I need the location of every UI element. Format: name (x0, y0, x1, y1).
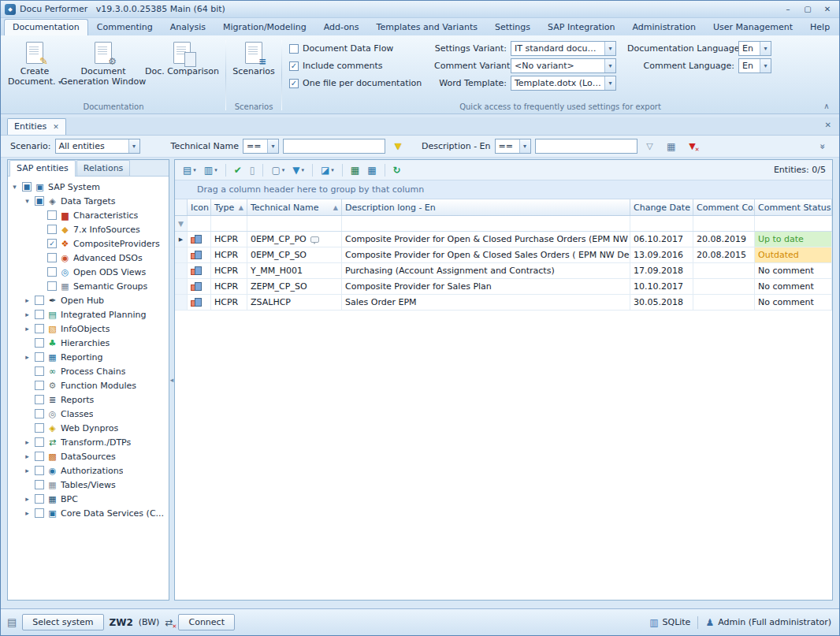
filter-cell-type[interactable] (211, 216, 247, 231)
tree-item-infoobjects[interactable]: ▸▧InfoObjects (9, 322, 167, 336)
doc-comparison-button[interactable]: Doc. Comparison (141, 37, 223, 77)
ribbon-tab-documentation[interactable]: Documentation (4, 19, 88, 35)
checkbox[interactable] (35, 352, 44, 362)
expander-icon[interactable]: ▸ (22, 325, 32, 333)
grid-import-button[interactable]: ▦ (364, 162, 379, 178)
filter-options-button[interactable]: ▽ (641, 138, 659, 154)
description-filter-input[interactable] (535, 139, 637, 154)
tab-close-icon[interactable]: ✕ (53, 123, 59, 131)
export-file-button[interactable]: ▥▾ (201, 162, 221, 178)
maximize-button[interactable]: ▢ (800, 3, 816, 16)
close-button[interactable]: ✕ (820, 3, 835, 16)
checkbox[interactable] (35, 480, 44, 489)
expander-icon[interactable]: ▸ (22, 495, 32, 503)
expander-icon[interactable]: ▸ (22, 509, 32, 517)
tree-item-label[interactable]: Semantic Groups (73, 281, 147, 292)
filter-cell-comment-co[interactable] (693, 216, 755, 231)
checkbox[interactable] (35, 381, 44, 390)
comment-language-select[interactable]: En ▾ (738, 58, 771, 73)
table-row[interactable]: HCPR ZEPM_CP_SO Composite Provider for S… (175, 279, 832, 295)
tree-item-label[interactable]: Open ODS Views (73, 267, 146, 277)
tree-item-advanced-dsos[interactable]: ◉Advanced DSOs (9, 251, 167, 265)
expander-icon[interactable]: ▸ (22, 438, 32, 446)
table-row[interactable]: HCPR 0EPM_CP_SO Composite Provider for O… (175, 247, 832, 263)
description-operator-select[interactable]: == ▾ (495, 139, 531, 154)
checkbox[interactable] (47, 225, 57, 234)
tree-item-label[interactable]: DataSources (61, 452, 116, 462)
checkbox[interactable] (35, 466, 44, 475)
checkbox[interactable] (47, 281, 57, 291)
tree-item-label[interactable]: Characteristics (73, 210, 138, 221)
tab-entities[interactable]: Entities ✕ (7, 118, 66, 135)
comment-variant-select[interactable]: <No variant> ▾ (511, 58, 616, 73)
chart-button[interactable]: ◪▾ (318, 162, 337, 178)
checkbox[interactable] (35, 366, 44, 376)
technical-name-filter-input[interactable] (283, 139, 385, 154)
tree-item-characteristics[interactable]: ▆Characteristics (9, 208, 167, 222)
column-header-technical-name[interactable]: Technical Name▲ (247, 199, 342, 215)
checkbox[interactable] (35, 423, 44, 433)
tree-item-label[interactable]: Hierarchies (61, 338, 110, 348)
column-chooser-button[interactable]: ▯ (247, 162, 258, 178)
tree-item-label[interactable]: Data Targets (61, 196, 116, 206)
column-header-description[interactable]: Description long - En (342, 199, 630, 215)
scenarios-button[interactable]: Scenarios (229, 37, 279, 77)
tree-item-label[interactable]: Reports (61, 395, 94, 405)
filter-cell-change-date[interactable] (630, 216, 693, 231)
checkbox-include-comments[interactable]: ✓ Include comments (289, 58, 423, 74)
tab-sap-entities[interactable]: SAP entities (9, 160, 76, 177)
group-by-panel[interactable]: Drag a column header here to group by th… (175, 180, 832, 199)
create-document-button[interactable]: Create Document. ▾ (4, 37, 65, 88)
tree-item-label[interactable]: SAP System (48, 182, 100, 192)
table-row[interactable]: HCPR ZSALHCP Sales Order EPM 30.05.2018 … (175, 295, 832, 311)
tree-item-process-chains[interactable]: ∞Process Chains (9, 364, 167, 378)
checkbox[interactable] (47, 210, 57, 220)
tree-item-core-data-services[interactable]: ▸▣Core Data Services (C... (9, 506, 167, 520)
filter-layout-button[interactable]: ▦ (663, 138, 680, 154)
ribbon-tab-analysis[interactable]: Analysis (162, 19, 214, 35)
checkbox[interactable] (35, 508, 44, 518)
tree-item-data-targets[interactable]: ▾■◈Data Targets (9, 194, 167, 208)
expander-icon[interactable]: ▸ (22, 296, 32, 304)
ribbon-tab-help[interactable]: Help (801, 19, 838, 35)
minimize-button[interactable]: – (780, 3, 796, 16)
tree-item-classes[interactable]: ◎Classes (9, 407, 167, 421)
column-header-comment-co[interactable]: Comment Co... (693, 199, 755, 215)
expander-icon[interactable]: ▸ (22, 452, 32, 460)
word-export-button[interactable]: ▤▾ (180, 162, 199, 178)
checkbox[interactable] (35, 338, 44, 348)
filter-cell-icon[interactable] (188, 216, 211, 231)
ribbon-tab-user-management[interactable]: User Management (704, 19, 801, 35)
expander-icon[interactable]: ▾ (22, 197, 32, 205)
tree-item-label[interactable]: Core Data Services (C... (61, 508, 164, 519)
checkbox[interactable]: ■ (22, 182, 32, 192)
checkbox[interactable] (35, 296, 44, 305)
tree-item-semantic-groups[interactable]: ▦Semantic Groups (9, 279, 167, 293)
expand-filter-panel-button[interactable]: » (814, 138, 831, 154)
tree-item-label[interactable]: Process Chains (61, 366, 125, 377)
word-template-select[interactable]: Template.dotx (Local) ▾ (511, 76, 616, 91)
ribbon-tab-settings[interactable]: Settings (486, 19, 539, 35)
ribbon-collapse-button[interactable]: ∧ (820, 100, 833, 111)
comment-settings-button[interactable]: ✔ (231, 162, 245, 178)
tree-item-function-modules[interactable]: ⚙Function Modules (9, 378, 167, 392)
select-system-button[interactable]: Select system (22, 614, 103, 630)
screen-preview-button[interactable]: ▢▾ (268, 162, 288, 178)
tree-item-7x-infosources[interactable]: ◆7.x InfoSources (9, 222, 167, 236)
filter-cell-description[interactable] (342, 216, 630, 231)
expander-icon[interactable]: ▸ (22, 467, 32, 474)
checkbox[interactable]: ✓ (47, 239, 57, 248)
tree-item-sap-system[interactable]: ▾■▣SAP System (9, 180, 167, 194)
tree-item-label[interactable]: 7.x InfoSources (73, 225, 140, 235)
checkbox[interactable] (35, 437, 44, 447)
connect-button[interactable]: Connect (178, 614, 234, 630)
tree-item-label[interactable]: Web Dynpros (61, 423, 118, 433)
filter-variant-button[interactable]: ▼▾ (289, 162, 307, 178)
checkbox[interactable] (35, 452, 44, 461)
tree-item-hierarchies[interactable]: ♣Hierarchies (9, 336, 167, 350)
column-header-change-date[interactable]: Change Date (630, 199, 693, 215)
tree-item-label[interactable]: CompositeProviders (73, 239, 160, 249)
checkbox[interactable] (35, 395, 44, 404)
panel-close-button[interactable]: ✕ (825, 121, 831, 129)
tree-item-label[interactable]: Function Modules (61, 381, 136, 391)
